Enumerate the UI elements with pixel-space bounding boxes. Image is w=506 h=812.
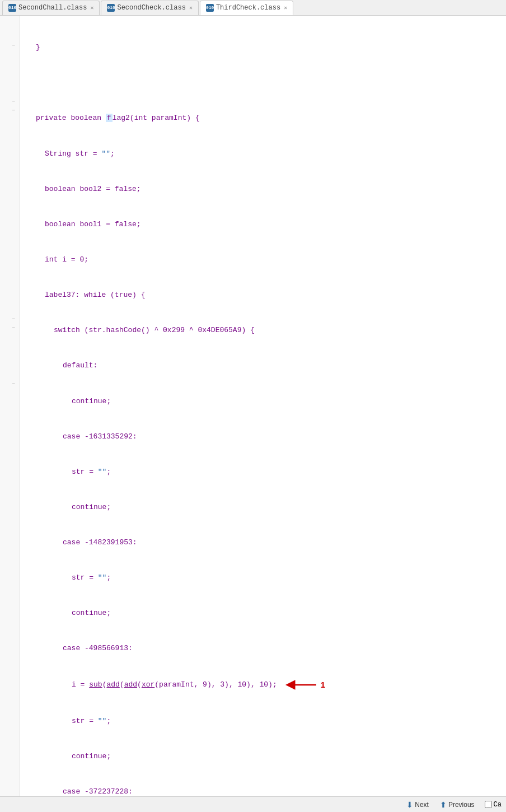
tab-label-1: SecondChall.class <box>18 4 87 12</box>
line-case1: case -1631335292: <box>27 431 502 442</box>
line-str: String str = ""; <box>27 148 502 160</box>
gutter: − − − − − − <box>0 16 20 812</box>
line-case3: case -498566913: <box>27 642 502 654</box>
tab-icon-1: 010 <box>8 4 16 12</box>
line-int-i: int i = 0; <box>27 254 502 265</box>
next-icon: ⬇ <box>406 800 413 809</box>
search-checkbox[interactable] <box>485 801 492 808</box>
fold-btn-3[interactable]: − <box>10 106 17 114</box>
previous-button[interactable]: ⬆ Previous <box>435 799 479 810</box>
code-area: − − − − − − } priva <box>0 16 506 812</box>
arrow-1: 1 <box>284 678 325 692</box>
line-bool2: boolean bool2 = false; <box>27 183 502 195</box>
fold-btn-2[interactable]: − <box>10 97 17 105</box>
tab-label-3: ThirdCheck.class <box>216 4 280 12</box>
line-label37: label37: while (true) { <box>27 289 502 301</box>
fold-btn-6[interactable]: − <box>10 380 17 388</box>
line-str2: str = ""; <box>27 572 502 584</box>
previous-label: Previous <box>448 801 475 809</box>
line-continue4: continue; <box>27 750 502 762</box>
line-1: } <box>27 41 502 53</box>
code-content: } private boolean flag2(int paramInt) { … <box>20 16 506 812</box>
previous-icon: ⬆ <box>440 800 447 809</box>
tab-thirdcheck[interactable]: 010 ThirdCheck.class ✕ <box>200 1 293 15</box>
line-continue1: continue; <box>27 395 502 407</box>
fold-btn-5[interactable]: − <box>10 324 17 332</box>
line-case2: case -1482391953: <box>27 536 502 548</box>
line-continue2: continue; <box>27 501 502 513</box>
checkbox-text: Ca <box>494 801 502 809</box>
arrow-1-svg <box>284 680 317 690</box>
fold-btn-1[interactable]: − <box>10 41 17 49</box>
line-method: private boolean flag2(int paramInt) { <box>27 112 502 124</box>
line-str3: str = ""; <box>27 715 502 727</box>
line-blank <box>27 77 502 88</box>
tab-icon-2: 010 <box>107 4 115 12</box>
tab-icon-3: 010 <box>206 4 214 12</box>
line-str1: str = ""; <box>27 466 502 478</box>
bottom-bar: ⬇ Next ⬆ Previous Ca <box>0 796 506 812</box>
tab-label-2: SecondCheck.class <box>117 4 185 12</box>
tab-close-2[interactable]: ✕ <box>189 4 193 11</box>
tab-close-1[interactable]: ✕ <box>90 4 93 11</box>
tab-bar: 010 SecondChall.class ✕ 010 SecondCheck.… <box>0 0 506 16</box>
line-arrow1: i = sub(add(add(xor(paramInt, 9), 3), 10… <box>27 678 502 692</box>
next-button[interactable]: ⬇ Next <box>402 799 433 810</box>
checkbox-label[interactable]: Ca <box>485 801 502 809</box>
tab-close-3[interactable]: ✕ <box>284 4 287 11</box>
fold-btn-4[interactable]: − <box>10 315 17 323</box>
line-default1: default: <box>27 360 502 371</box>
arrow-1-label: 1 <box>321 678 325 692</box>
tab-secondchall[interactable]: 010 SecondChall.class ✕ <box>2 1 100 15</box>
tab-secondcheck[interactable]: 010 SecondCheck.class ✕ <box>101 1 198 15</box>
line-bool1: boolean bool1 = false; <box>27 218 502 230</box>
line-switch1: switch (str.hashCode() ^ 0x299 ^ 0x4DE06… <box>27 324 502 336</box>
line-continue3: continue; <box>27 607 502 619</box>
next-label: Next <box>415 801 429 809</box>
